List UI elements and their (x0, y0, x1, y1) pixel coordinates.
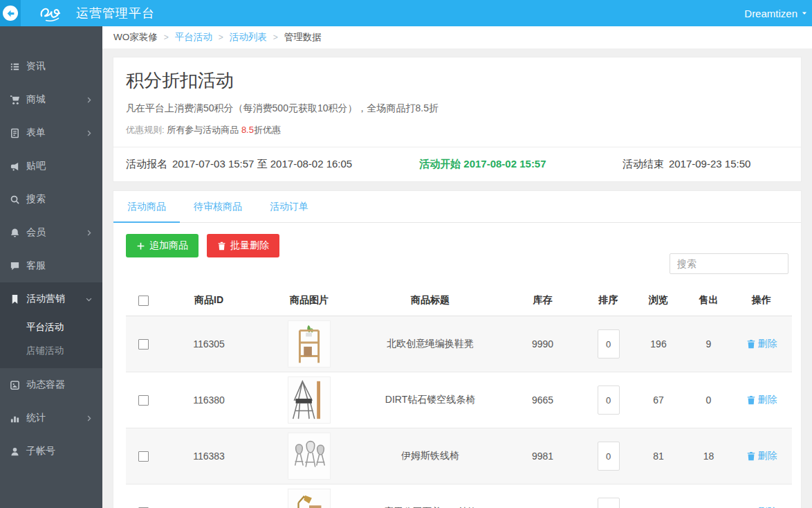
end-time: 活动结束 2017-09-23 15:50 (584, 158, 788, 171)
col-header-sold: 售出 (686, 285, 731, 316)
sidebar-item-label: 子帐号 (26, 445, 55, 457)
chevron-right-icon (85, 96, 93, 104)
delete-link[interactable]: 删除 (746, 394, 777, 406)
product-title: 北欧创意绳编换鞋凳 (361, 316, 499, 372)
breadcrumb-separator: > (164, 33, 169, 42)
tab-activity-products[interactable]: 活动商品 (113, 191, 180, 223)
bookmark-icon (10, 294, 20, 305)
delete-link[interactable]: 删除 (746, 338, 777, 350)
col-header-views: 浏览 (631, 285, 686, 316)
start-time: 活动开始 2017-08-02 15:57 (380, 158, 584, 171)
product-sold: 18 (686, 428, 731, 484)
signup-label: 活动报名 (126, 158, 167, 171)
add-product-button[interactable]: 追加商品 (126, 234, 199, 257)
row-checkbox[interactable] (138, 451, 149, 462)
sidebar-item-label: 会员 (26, 226, 46, 239)
sidebar-item-label: 贴吧 (26, 160, 46, 172)
chart-icon (10, 413, 20, 424)
sidebar-item-search[interactable]: 搜索 (0, 183, 102, 216)
brand: 运营管理平台 (36, 2, 155, 24)
sidebar-item-statistics[interactable]: 统计 (0, 401, 102, 435)
product-image (288, 320, 331, 368)
product-sold: 9 (686, 316, 731, 372)
sidebar-item-news[interactable]: 资讯 (0, 50, 102, 83)
product-title: 应用公园至尊VIP付款 (361, 484, 499, 508)
sidebar-item-marketing[interactable]: 活动营销 (0, 282, 102, 316)
table-row: 116380 DIRT钻石镂空线条椅 9665 67 0 删除 (126, 372, 792, 428)
product-id: 116383 (160, 428, 257, 484)
product-views: 196 (631, 316, 686, 372)
breadcrumb-item-activity-list[interactable]: 活动列表 (230, 31, 267, 44)
products-table: 商品ID 商品图片 商品标题 库存 排序 浏览 售出 操作 116305 (126, 285, 792, 508)
start-label: 活动开始 (419, 158, 461, 170)
sidebar-subitem-shop-activity[interactable]: 店铺活动 (0, 339, 102, 363)
trash-icon (217, 242, 226, 251)
activity-rules: 优惠规则: 所有参与活动商品 8.5折优惠 (126, 124, 788, 136)
batch-delete-label: 批量删除 (230, 239, 269, 252)
sidebar-item-label: 动态容器 (26, 379, 65, 391)
sidebar-item-service[interactable]: 客服 (0, 249, 102, 282)
sidebar-item-forms[interactable]: 表单 (0, 116, 102, 149)
col-header-actions: 操作 (731, 285, 792, 316)
breadcrumb-item-platform-activity[interactable]: 平台活动 (175, 31, 212, 44)
product-views: 81 (631, 428, 686, 484)
user-menu[interactable]: Dreamtizen (744, 8, 808, 19)
batch-delete-button[interactable]: 批量删除 (207, 234, 279, 257)
product-stock: 3876 (499, 484, 586, 508)
delete-label: 删除 (758, 450, 777, 462)
sidebar-item-members[interactable]: 会员 (0, 216, 102, 249)
delete-link[interactable]: 删除 (746, 506, 777, 508)
caret-down-icon (801, 10, 808, 17)
back-button[interactable] (0, 0, 21, 26)
sidebar-subitem-label: 平台活动 (26, 321, 64, 334)
product-stock: 9990 (499, 316, 586, 372)
activity-dates-row: 活动报名 2017-07-03 15:57 至 2017-08-02 16:05… (113, 147, 801, 181)
sidebar-item-mall[interactable]: 商城 (0, 83, 102, 116)
search-input[interactable] (670, 253, 788, 274)
table-row: 116383 伊姆斯铁线椅 9981 81 18 删除 (126, 428, 792, 484)
sort-input[interactable] (598, 329, 620, 359)
sidebar-item-subaccount[interactable]: 子帐号 (0, 435, 102, 468)
product-title: 伊姆斯铁线椅 (361, 428, 499, 484)
sort-input[interactable] (598, 498, 620, 508)
delete-label: 删除 (758, 338, 777, 350)
row-checkbox[interactable] (138, 339, 149, 350)
list-icon (10, 62, 20, 72)
col-header-product-image: 商品图片 (257, 285, 361, 316)
tab-pending-products[interactable]: 待审核商品 (180, 191, 256, 223)
product-image (288, 377, 331, 424)
col-header-sort: 排序 (586, 285, 631, 316)
sort-input[interactable] (598, 385, 620, 415)
breadcrumb-separator: > (219, 33, 223, 42)
sidebar: 资讯 商城 表单 贴吧 搜索 会员 客服 活动营销 平台活动 店 (0, 26, 102, 508)
row-checkbox[interactable] (138, 395, 149, 406)
table-row: 116255 应用公园至尊VIP付款 3876 350 4 删除 (126, 484, 792, 508)
search-icon (10, 194, 20, 205)
bell-icon (10, 228, 20, 238)
trash-icon (746, 395, 756, 405)
sidebar-item-label: 统计 (26, 412, 46, 424)
end-value: 2017-09-23 15:50 (669, 158, 750, 171)
select-all-checkbox[interactable] (138, 296, 149, 306)
chevron-right-icon (85, 129, 93, 137)
breadcrumb-separator: > (273, 33, 278, 42)
product-title: DIRT钻石镂空线条椅 (361, 372, 499, 428)
top-bar: 运营管理平台 Dreamtizen (0, 0, 812, 26)
product-stock: 9665 (499, 372, 586, 428)
delete-label: 删除 (758, 394, 777, 406)
delete-link[interactable]: 删除 (746, 450, 777, 462)
sidebar-subitem-platform-activity[interactable]: 平台活动 (0, 316, 102, 339)
sidebar-item-container[interactable]: 动态容器 (0, 368, 102, 401)
signup-range: 2017-07-03 15:57 至 2017-08-02 16:05 (172, 158, 352, 171)
user-icon (10, 446, 20, 457)
container-icon (10, 380, 20, 390)
signup-period: 活动报名 2017-07-03 15:57 至 2017-08-02 16:05 (126, 158, 380, 171)
product-image (288, 433, 331, 480)
sort-input[interactable] (598, 442, 620, 471)
rules-label: 优惠规则: (126, 125, 165, 135)
product-views: 67 (631, 372, 686, 428)
brand-logo-icon (36, 2, 72, 24)
activity-description: 凡在平台上消费满50积分（每消费500元获取10积分），全场商品打8.5折 (126, 102, 788, 115)
sidebar-item-forum[interactable]: 贴吧 (0, 149, 102, 183)
tab-activity-orders[interactable]: 活动订单 (256, 191, 322, 223)
